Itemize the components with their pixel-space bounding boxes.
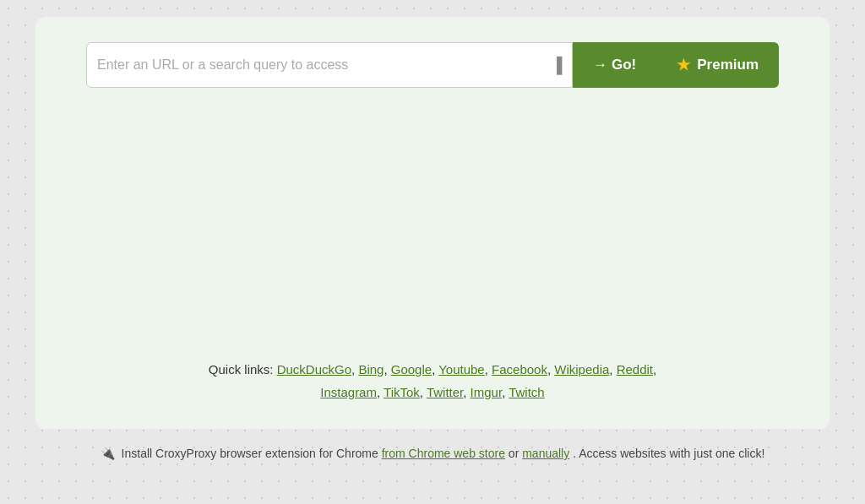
link-tiktok[interactable]: TikTok (384, 385, 420, 399)
quick-links: Quick links: DuckDuckGo, Bing, Google, Y… (86, 358, 779, 404)
content-area (86, 88, 779, 341)
link-facebook[interactable]: Facebook (492, 362, 547, 377)
link-reddit[interactable]: Reddit (617, 362, 653, 377)
footer-link-chrome-store[interactable]: from Chrome web store (382, 447, 505, 460)
link-imgur[interactable]: Imgur (471, 385, 503, 399)
link-duckduckgo[interactable]: DuckDuckGo (277, 362, 351, 377)
link-twitter[interactable]: Twitter (427, 385, 463, 399)
footer-text-middle: or (509, 447, 522, 460)
plug-icon: 🔌 (101, 447, 115, 460)
link-instagram[interactable]: Instagram (320, 385, 377, 399)
premium-label: Premium (697, 57, 759, 73)
link-youtube[interactable]: Youtube (438, 362, 485, 377)
footer-text-after: . Access websites with just one click! (573, 447, 764, 460)
footer-text-before: Install CroxyProxy browser extension for… (122, 447, 378, 460)
footer-bar: 🔌 Install CroxyProxy browser extension f… (35, 444, 830, 463)
quick-links-label: Quick links: (209, 362, 274, 377)
link-twitch[interactable]: Twitch (509, 385, 545, 399)
main-container: ▐ → Go! ★ Premium Quick links: DuckDuckG… (35, 17, 830, 429)
footer-link-manually[interactable]: manually (522, 447, 569, 460)
link-bing[interactable]: Bing (358, 362, 384, 377)
link-google[interactable]: Google (391, 362, 432, 377)
link-wikipedia[interactable]: Wikipedia (554, 362, 609, 377)
go-button[interactable]: → Go! (573, 42, 656, 88)
search-input-wrapper: ▐ (86, 42, 573, 88)
mic-icon[interactable]: ▐ (551, 57, 562, 74)
search-bar-row: ▐ → Go! ★ Premium (86, 42, 779, 88)
star-icon: ★ (677, 56, 690, 74)
premium-button[interactable]: ★ Premium (656, 42, 779, 88)
search-input[interactable] (97, 57, 544, 73)
